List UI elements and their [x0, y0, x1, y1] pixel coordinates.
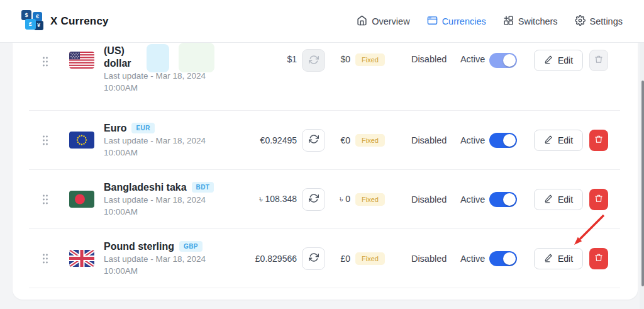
currency-info: Bangladeshi taka BDT Last update - Mar 1… — [104, 181, 245, 218]
nav-settings-label: Settings — [590, 16, 623, 26]
trash-icon — [594, 135, 603, 146]
flag-european-union-icon — [69, 132, 94, 149]
nav-switchers-label: Switchers — [518, 16, 558, 26]
currency-name: Pound sterling — [104, 240, 174, 253]
last-update-text: Last update - Mar 18, 2024 — [104, 194, 245, 206]
refresh-rate-button[interactable] — [302, 188, 325, 211]
decimal-status: Disabled — [411, 254, 453, 264]
toggle-knob — [503, 252, 516, 265]
delete-button[interactable] — [589, 248, 608, 269]
last-update-text: Last update - Mar 18, 2024 — [104, 135, 245, 147]
currencies-icon — [427, 15, 438, 28]
edit-button[interactable]: Edit — [534, 248, 583, 269]
placeholder-badge-green — [179, 43, 214, 72]
refresh-icon — [309, 252, 319, 264]
app-header: $ € ¥ £ X Currency Overview Currencies — [0, 0, 644, 43]
currency-row-pound-sterling: Pound sterling GBP Last update - Mar 18,… — [13, 229, 638, 288]
exchange-rate: £0.829566 — [245, 254, 297, 264]
decimal-status: Disabled — [411, 54, 453, 64]
currency-row-euro: Euro EUR Last update - Mar 18, 2024 10:0… — [13, 111, 638, 169]
currency-name: Bangladeshi taka — [104, 181, 187, 194]
last-update-text: Last update - Mar 18, 2024 — [104, 253, 245, 265]
fixed-badge: Fixed — [355, 193, 385, 206]
fixed-badge: Fixed — [355, 134, 385, 147]
nav-currencies-label: Currencies — [442, 16, 486, 26]
fixed-amount: $0 — [325, 54, 350, 64]
last-update-time: 10:00AM — [104, 147, 245, 159]
edit-button[interactable]: Edit — [534, 50, 583, 71]
currency-row-bangladeshi-taka: Bangladeshi taka BDT Last update - Mar 1… — [13, 170, 638, 228]
top-nav: Overview Currencies Switchers Settings — [357, 15, 623, 28]
logo-pound-tile: £ — [25, 19, 36, 30]
last-update-time: 10:00AM — [104, 82, 245, 94]
refresh-icon — [309, 134, 319, 146]
fixed-amount: ৳ 0 — [325, 194, 350, 205]
scrollbar-thumb[interactable] — [641, 81, 644, 286]
pencil-icon — [544, 135, 553, 146]
active-toggle[interactable] — [489, 192, 517, 207]
fixed-amount: £0 — [325, 254, 350, 264]
active-toggle[interactable] — [489, 133, 517, 148]
trash-icon — [594, 55, 603, 66]
page: $ € ¥ £ X Currency Overview Currencies — [0, 0, 644, 309]
edit-button[interactable]: Edit — [534, 130, 583, 151]
exchange-rate: $1 — [245, 54, 297, 64]
edit-button[interactable]: Edit — [534, 189, 583, 210]
flag-bangladesh-icon — [69, 191, 94, 208]
currency-code-badge: GBP — [179, 241, 203, 252]
app-title: X Currency — [50, 15, 109, 28]
drag-handle-icon[interactable] — [42, 57, 49, 67]
nav-switchers[interactable]: Switchers — [503, 15, 558, 28]
drag-handle-icon[interactable] — [42, 254, 49, 264]
currency-info: Euro EUR Last update - Mar 18, 2024 10:0… — [104, 122, 245, 159]
pencil-icon — [544, 194, 553, 205]
delete-button[interactable] — [589, 130, 608, 151]
flag-united-states-icon — [69, 52, 94, 69]
nav-settings[interactable]: Settings — [575, 15, 623, 28]
flag-united-kingdom-icon — [69, 250, 94, 267]
pencil-icon — [544, 55, 553, 66]
toggle-knob — [503, 54, 516, 67]
refresh-rate-button[interactable] — [302, 129, 325, 152]
exchange-rate: ৳ 108.348 — [245, 194, 297, 205]
placeholder-badge-blue — [147, 44, 169, 72]
app-logo-icon: $ € ¥ £ — [21, 10, 44, 33]
active-label: Active — [460, 54, 487, 64]
currency-name: Euro — [104, 122, 126, 135]
currency-code-badge: EUR — [131, 123, 154, 133]
active-toggle[interactable] — [489, 53, 517, 68]
currency-row-us-dollar: (US) dollar Last update - Mar 18, 2024 1… — [13, 43, 638, 110]
active-label: Active — [460, 135, 487, 145]
fixed-badge: Fixed — [355, 252, 385, 265]
refresh-rate-button — [302, 49, 325, 72]
active-toggle[interactable] — [489, 251, 517, 266]
currency-name: (US) dollar — [104, 45, 131, 70]
last-update-time: 10:00AM — [104, 206, 245, 218]
decimal-status: Disabled — [411, 135, 453, 145]
pencil-icon — [544, 253, 553, 264]
drag-handle-icon[interactable] — [42, 194, 49, 205]
currency-info: Pound sterling GBP Last update - Mar 18,… — [104, 240, 245, 277]
refresh-icon — [309, 55, 319, 67]
nav-currencies[interactable]: Currencies — [427, 15, 486, 28]
toggle-knob — [503, 193, 516, 206]
edit-button-label: Edit — [558, 254, 573, 264]
fixed-amount: €0 — [325, 135, 350, 145]
edit-button-label: Edit — [558, 194, 573, 205]
currencies-list-card: (US) dollar Last update - Mar 18, 2024 1… — [13, 43, 638, 300]
gear-icon — [575, 15, 586, 28]
drag-handle-icon[interactable] — [42, 135, 49, 145]
currency-info: (US) dollar Last update - Mar 18, 2024 1… — [104, 45, 245, 94]
card-bottom-padding — [13, 288, 638, 300]
refresh-rate-button[interactable] — [302, 247, 325, 270]
currency-code-badge: BDT — [192, 182, 214, 193]
delete-button[interactable] — [589, 189, 608, 210]
switchers-icon — [503, 15, 514, 28]
exchange-rate: €0.92495 — [245, 135, 297, 145]
fixed-badge: Fixed — [355, 53, 385, 66]
active-label: Active — [460, 254, 487, 264]
trash-icon — [594, 194, 603, 205]
last-update-time: 10:00AM — [104, 265, 245, 277]
delete-button — [589, 50, 608, 71]
nav-overview[interactable]: Overview — [357, 15, 409, 28]
